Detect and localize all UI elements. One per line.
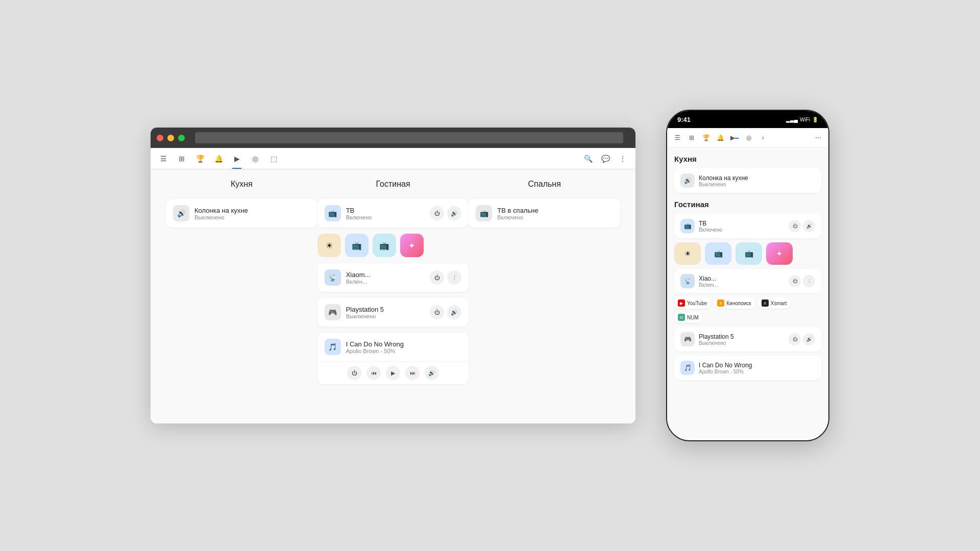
power-button[interactable]: ⏻ <box>430 206 444 220</box>
music-icon[interactable]: ◎ <box>251 154 260 163</box>
phone-device-status: Выключено <box>699 182 815 187</box>
phone-xiaomi-icon: 📡 <box>680 274 695 288</box>
player-device-info: I Can Do No Wrong Apollo Brown - 50% <box>346 340 462 354</box>
square-icon[interactable]: ⬚ <box>269 154 278 163</box>
phone-more-icon[interactable]: ⋯ <box>814 134 822 142</box>
phone-music-icon[interactable]: ◎ <box>745 134 753 142</box>
num-icon: N <box>678 314 685 321</box>
phone-kitchen-title: Кухня <box>674 155 821 163</box>
bedroom-tv-icon: 📺 <box>476 205 492 221</box>
device-status: Выключено <box>194 214 310 220</box>
phone-status-icons: ▂▃▄ WiFi 🔋 <box>786 117 818 122</box>
device-xiaomi: 📡 Xiaom... Включ... ⏻ ⋮ <box>317 263 469 292</box>
quick-btn-light[interactable]: ☀ <box>317 234 341 257</box>
phone-living-title: Гостиная <box>674 200 821 209</box>
phone-chevron-icon[interactable]: › <box>759 134 767 142</box>
device-name: Xiaom... <box>346 271 425 279</box>
ps5-controls: ⏻ 🔊 <box>430 305 461 319</box>
device-name: Колонка на кухне <box>194 207 310 214</box>
phone-device-status: Выключено <box>699 340 785 346</box>
app-shortcuts: ▶ YouTube К Кинопоиск X Xsmart N NUM <box>674 297 821 323</box>
phone-youtube-icon[interactable]: ▶ <box>730 134 739 142</box>
phone-device-name: ТВ <box>699 220 785 227</box>
player-power-button[interactable]: ⏻ <box>347 366 361 380</box>
kinopoisk-shortcut[interactable]: К Кинопоиск <box>714 297 754 309</box>
player-volume-button[interactable]: 🔊 <box>425 366 439 380</box>
phone-quick-tv1[interactable]: 📺 <box>705 242 731 265</box>
phone-trophy-icon[interactable]: 🏆 <box>702 134 710 142</box>
xsmart-shortcut[interactable]: X Xsmart <box>758 297 791 309</box>
menu-icon[interactable]: ☰ <box>159 154 168 163</box>
phone-speaker-icon: 🔊 <box>680 173 695 188</box>
maximize-button[interactable] <box>178 135 185 141</box>
phone-notch <box>717 111 778 125</box>
device-ps5: 🎮 Playstation 5 Выключено ⏻ 🔊 <box>317 298 469 327</box>
signal-icon: ▂▃▄ <box>786 117 798 122</box>
volume-button[interactable]: 🔊 <box>447 305 461 319</box>
youtube-icon[interactable]: ▶ <box>232 154 241 163</box>
more-icon[interactable]: ⋮ <box>618 154 627 163</box>
volume-button[interactable]: 🔊 <box>447 206 461 220</box>
player-play-button[interactable]: ▶ <box>386 366 400 380</box>
phone-power-button[interactable]: ⏻ <box>789 275 801 287</box>
phone-quick-light[interactable]: ☀ <box>674 242 701 265</box>
address-bar[interactable] <box>195 132 623 143</box>
device-kitchen-speaker: 🔊 Колонка на кухне Выключено <box>166 199 317 228</box>
phone-section-living: Гостиная 📺 ТВ Включено ⏻ 🔊 ☀ 📺 📺 ✦ <box>674 200 821 380</box>
phone-device-info: Xiao... Включ... <box>699 275 785 288</box>
chat-icon[interactable]: 💬 <box>601 154 610 163</box>
quick-btn-tv2[interactable]: 📺 <box>373 234 396 257</box>
quick-btn-bt[interactable]: ✦ <box>400 234 424 257</box>
phone-grid-icon[interactable]: ⊞ <box>688 134 696 142</box>
phone-power-button[interactable]: ⏻ <box>789 333 801 345</box>
device-status: Включ... <box>346 279 425 285</box>
phone-more-button[interactable]: ⋮ <box>803 275 815 287</box>
phone-ps5-controls: ⏻ 🔊 <box>789 333 815 345</box>
trophy-icon[interactable]: 🏆 <box>195 154 205 163</box>
power-button[interactable]: ⏻ <box>430 305 444 319</box>
phone-device-name: Xiao... <box>699 275 785 282</box>
battery-icon: 🔋 <box>812 117 818 122</box>
speaker-icon: 🔊 <box>173 205 189 221</box>
phone-track-name: I Can Do No Wrong <box>699 362 815 369</box>
phone-device-status: Включ... <box>699 282 785 288</box>
search-icon[interactable]: 🔍 <box>583 154 593 163</box>
phone-track-artist: Apollo Brown - 50% <box>699 369 815 374</box>
browser-content: Кухня 🔊 Колонка на кухне Выключено Гости… <box>151 169 635 423</box>
room-bedroom: Спальня 📺 ТВ в спальне Включено <box>469 180 620 413</box>
more-button[interactable]: ⋮ <box>447 270 461 285</box>
phone-quick-tv2[interactable]: 📺 <box>736 242 762 265</box>
player-prev-button[interactable]: ⏮ <box>366 366 381 380</box>
phone-quick-bt[interactable]: ✦ <box>766 242 793 265</box>
phone-menu-icon[interactable]: ☰ <box>673 134 681 142</box>
browser-titlebar <box>151 128 635 148</box>
player-next-button[interactable]: ⏭ <box>405 366 420 380</box>
player-card: 🎵 I Can Do No Wrong Apollo Brown - 50% ⏻… <box>317 333 469 384</box>
device-info: Playstation 5 Выключено <box>346 306 425 319</box>
close-button[interactable] <box>157 135 163 141</box>
power-button[interactable]: ⏻ <box>430 270 444 285</box>
xsmart-icon: X <box>762 299 769 307</box>
phone-time: 9:41 <box>677 116 691 123</box>
quick-btn-tv1[interactable]: 📺 <box>345 234 369 257</box>
youtube-label: YouTube <box>687 300 707 306</box>
phone-volume-button[interactable]: 🔊 <box>803 220 815 232</box>
minimize-button[interactable] <box>167 135 174 141</box>
phone-bell-icon[interactable]: 🔔 <box>716 134 724 142</box>
room-kitchen-title: Кухня <box>166 180 317 189</box>
phone-device-info: Колонка на кухне Выключено <box>699 174 815 187</box>
phone-device-tv: 📺 ТВ Включено ⏻ 🔊 <box>674 214 821 238</box>
phone-xiaomi-controls: ⏻ ⋮ <box>789 275 815 287</box>
phone-volume-button[interactable]: 🔊 <box>803 333 815 345</box>
tv-controls: ⏻ 🔊 <box>430 206 461 220</box>
num-label: NUM <box>687 315 699 320</box>
grid-icon[interactable]: ⊞ <box>177 154 186 163</box>
phone-content[interactable]: Кухня 🔊 Колонка на кухне Выключено Гости… <box>667 147 828 440</box>
toolbar-right: 🔍 💬 ⋮ <box>583 154 627 163</box>
num-shortcut[interactable]: N NUM <box>674 312 702 323</box>
xiaomi-controls: ⏻ ⋮ <box>430 270 461 285</box>
youtube-shortcut[interactable]: ▶ YouTube <box>674 297 710 309</box>
kinopoisk-label: Кинопоиск <box>726 300 751 306</box>
bell-icon[interactable]: 🔔 <box>214 154 223 163</box>
phone-power-button[interactable]: ⏻ <box>789 220 801 232</box>
